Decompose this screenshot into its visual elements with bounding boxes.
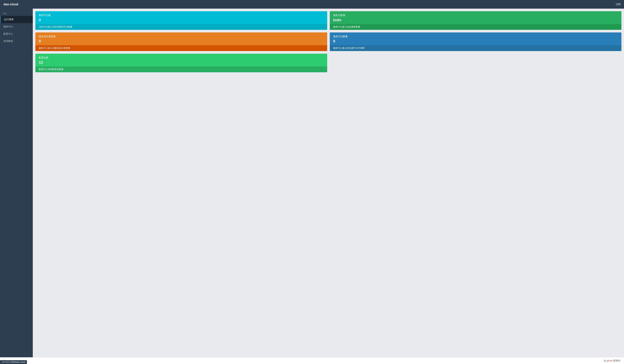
- sidebar-item-config[interactable]: 配置中心: [0, 30, 33, 38]
- card-config-total-value: 12: [39, 60, 324, 65]
- card-service-providers-body: 服务提供者数量 0: [35, 32, 327, 45]
- main-content: 集群节点数 0 当前节点接入且存活集群节点数量 服务总数量 todo 服务中心接…: [33, 9, 624, 357]
- card-config-total[interactable]: 配置总数 12 配置中心保存配置总数量: [35, 54, 327, 72]
- card-service-providers-footer: 服务中心接入的服务提供者数量: [35, 45, 327, 51]
- app-title: dao-cloud: [3, 2, 18, 6]
- header: dao-cloud 注销: [0, 0, 624, 9]
- card-service-providers-title: 服务提供者数量: [39, 35, 324, 38]
- card-service-methods-body: 服务方法数量 0: [330, 32, 622, 45]
- tooltip-bar: 127.0.0.1:5555/dao-cloud: [0, 360, 27, 364]
- card-service-providers[interactable]: 服务提供者数量 0 服务中心接入的服务提供者数量: [35, 32, 327, 51]
- sidebar-item-service[interactable]: 服务中心: [0, 23, 33, 30]
- card-service-providers-value: 0: [39, 39, 324, 44]
- card-cluster-nodes[interactable]: 集群节点数 0 当前节点接入且存活集群节点数量: [35, 11, 327, 30]
- footer-github: 去 github 看源码!: [604, 359, 621, 362]
- card-service-total-value: todo: [333, 18, 618, 22]
- card-cluster-nodes-title: 集群节点数: [39, 14, 324, 17]
- card-config-total-body: 配置总数 12: [35, 54, 327, 66]
- logout-button[interactable]: 注销: [616, 3, 621, 6]
- card-cluster-nodes-body: 集群节点数 0: [35, 11, 327, 24]
- body-layout: 导航 运行报表 服务中心 配置中心 使用教程 集群节点数 0 当前节点接入且存活…: [0, 9, 624, 357]
- card-service-total-body: 服务总数量 todo: [330, 11, 622, 24]
- stats-grid: 集群节点数 0 当前节点接入且存活集群节点数量 服务总数量 todo 服务中心接…: [35, 11, 622, 72]
- card-config-total-footer: 配置中心保存配置总数量: [35, 66, 327, 72]
- card-cluster-nodes-value: 0: [39, 18, 324, 22]
- card-service-methods-footer: 服务中心接入的注册方法可调用: [330, 45, 622, 51]
- sidebar-nav-label: 导航: [0, 10, 33, 16]
- card-service-total[interactable]: 服务总数量 todo 服务中心接入的总服务数量: [330, 11, 622, 30]
- card-service-total-footer: 服务中心接入的总服务数量: [330, 24, 622, 30]
- card-cluster-nodes-footer: 当前节点接入且存活集群节点数量: [35, 24, 327, 30]
- github-link[interactable]: github: [606, 359, 612, 362]
- card-service-methods[interactable]: 服务方法数量 0 服务中心接入的注册方法可调用: [330, 32, 622, 51]
- card-service-total-title: 服务总数量: [333, 14, 618, 17]
- card-service-methods-title: 服务方法数量: [333, 35, 618, 38]
- card-config-total-title: 配置总数: [39, 56, 324, 59]
- sidebar: 导航 运行报表 服务中心 配置中心 使用教程: [0, 9, 33, 357]
- sidebar-item-tutorial[interactable]: 使用教程: [0, 38, 33, 45]
- footer: Powered by dao-cloud 去 github 看源码!: [0, 357, 624, 364]
- sidebar-item-report[interactable]: 运行报表: [0, 16, 33, 23]
- card-service-methods-value: 0: [333, 39, 618, 44]
